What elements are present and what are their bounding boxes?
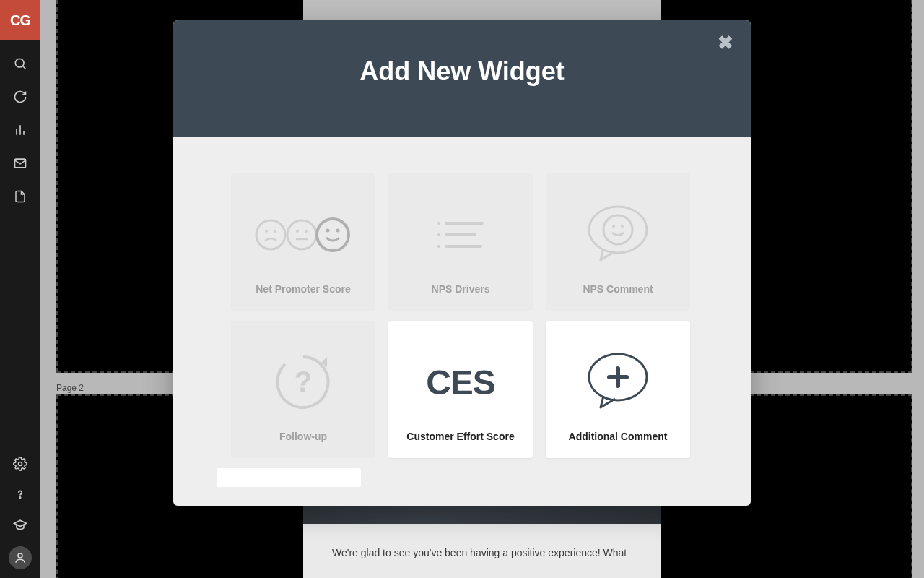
comment-plus-icon (553, 334, 683, 431)
widget-label: Additional Comment (569, 431, 668, 442)
widget-label: Customer Effort Score (406, 431, 514, 442)
list-icon (396, 186, 526, 283)
svg-point-25 (437, 233, 440, 236)
comment-smile-icon (553, 186, 683, 283)
nps-faces-icon (238, 186, 368, 283)
add-widget-modal: Add New Widget ✖ (173, 20, 751, 506)
modal-title: Add New Widget (359, 56, 565, 87)
svg-point-32 (621, 225, 624, 228)
svg-point-29 (589, 207, 647, 253)
widget-card-followup[interactable]: ? Follow-up (231, 321, 375, 458)
svg-point-27 (437, 245, 440, 248)
svg-point-16 (287, 220, 316, 249)
widget-card-nps-drivers[interactable]: NPS Drivers (388, 173, 533, 311)
widget-card-nps[interactable]: Net Promoter Score (231, 173, 375, 311)
followup-icon: ? (238, 334, 368, 431)
modal-header: Add New Widget ✖ (173, 20, 751, 137)
widget-label: Net Promoter Score (256, 283, 350, 295)
modal-overlay: Add New Widget ✖ (0, 0, 924, 578)
svg-point-14 (265, 230, 268, 233)
widget-label: Follow-up (279, 431, 327, 442)
ces-icon: CES (396, 334, 526, 431)
svg-point-21 (326, 229, 330, 233)
widget-card-ces[interactable]: CES Customer Effort Score (388, 321, 533, 458)
widget-grid: Net Promoter Score NPS D (231, 173, 693, 458)
svg-point-23 (437, 222, 440, 225)
widget-label: NPS Comment (583, 283, 653, 295)
widget-card-additional-comment[interactable]: Additional Comment (546, 321, 690, 458)
close-icon[interactable]: ✖ (718, 32, 733, 54)
widget-card-nps-comment[interactable]: NPS Comment (546, 173, 690, 311)
svg-point-31 (612, 225, 615, 228)
svg-point-15 (274, 230, 276, 233)
modal-body: Net Promoter Score NPS D (173, 137, 751, 501)
svg-text:?: ? (295, 366, 312, 397)
svg-point-22 (336, 229, 340, 233)
svg-point-30 (603, 215, 632, 244)
svg-point-20 (317, 219, 349, 251)
svg-point-13 (256, 220, 285, 249)
svg-point-17 (296, 230, 299, 233)
widget-label: NPS Drivers (432, 283, 490, 295)
svg-point-18 (305, 230, 308, 233)
extra-widget-slot[interactable] (217, 468, 361, 487)
